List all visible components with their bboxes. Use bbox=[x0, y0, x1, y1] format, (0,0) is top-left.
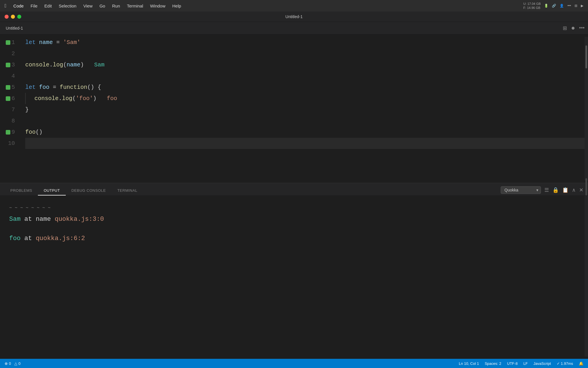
var-name-3: name bbox=[67, 59, 80, 70]
copy-icon[interactable]: 📋 bbox=[562, 187, 568, 193]
indentation[interactable]: Spaces: 2 bbox=[485, 361, 501, 366]
keyword-function: function bbox=[60, 82, 87, 93]
language-mode[interactable]: JavaScript bbox=[533, 361, 551, 366]
statusbar-right: Ln 10, Col 1 Spaces: 2 UTF-8 LF JavaScri… bbox=[459, 361, 583, 366]
panel-tab-actions: Quokka ▾ ☰ 🔒 📋 ∧ ✕ bbox=[501, 186, 583, 195]
panel-close-button[interactable]: ✕ bbox=[579, 187, 583, 193]
gutter-line-6: 6 bbox=[0, 93, 18, 104]
menu-code[interactable]: Code bbox=[13, 3, 24, 8]
editor-scrollbar[interactable] bbox=[585, 37, 588, 181]
warning-icon: △ bbox=[14, 361, 17, 366]
gutter-line-8: 8 bbox=[0, 115, 18, 126]
minimize-button[interactable] bbox=[11, 15, 15, 19]
menu-view[interactable]: View bbox=[83, 3, 92, 8]
code-line-8 bbox=[25, 115, 585, 126]
var-name: name bbox=[39, 37, 53, 48]
gutter-line-5: 5 bbox=[0, 82, 18, 93]
clear-output-icon[interactable]: ☰ bbox=[544, 187, 549, 193]
time-icon: ▶ bbox=[581, 4, 583, 8]
menu-terminal[interactable]: Terminal bbox=[127, 3, 143, 8]
quokka-status[interactable]: ✓ 1.97ms bbox=[557, 361, 573, 366]
output-text-2: at bbox=[24, 235, 36, 242]
tab-debug-console[interactable]: DEBUG CONSOLE bbox=[66, 186, 112, 195]
error-icon: ⊗ bbox=[5, 361, 8, 366]
line-numbers: 1 2 3 4 5 6 bbox=[0, 37, 23, 181]
menu-help[interactable]: Help bbox=[172, 3, 181, 8]
more-options-icon[interactable]: ••• bbox=[579, 25, 585, 31]
tab-problems[interactable]: PROBLEMS bbox=[5, 186, 38, 195]
menu-run[interactable]: Run bbox=[112, 3, 120, 8]
breakpoint-1 bbox=[6, 40, 10, 45]
gutter-line-7: 7 bbox=[0, 104, 18, 115]
statusbar-left: ⊗ 0 △ 0 bbox=[5, 361, 20, 366]
gutter-line-10: 10 bbox=[0, 138, 18, 149]
editor-container: Untitled-1 ⊞ ••• 1 2 3 4 bbox=[0, 22, 588, 183]
panel-tabs: PROBLEMS OUTPUT DEBUG CONSOLE TERMINAL Q… bbox=[0, 183, 588, 196]
tab-output[interactable]: OUTPUT bbox=[38, 186, 65, 195]
keyword-let-1: let bbox=[25, 37, 36, 48]
panel-tab-group: PROBLEMS OUTPUT DEBUG CONSOLE TERMINAL bbox=[5, 186, 143, 195]
titlebar: Untitled-1 bbox=[0, 12, 588, 22]
breakpoint-3 bbox=[6, 63, 10, 67]
collapse-icon[interactable]: ∧ bbox=[572, 187, 576, 193]
gutter-line-1: 1 bbox=[0, 37, 18, 48]
code-line-4 bbox=[25, 70, 585, 82]
string-foo: 'foo' bbox=[76, 93, 93, 104]
code-line-3: console . log ( name ) Sam bbox=[25, 59, 585, 70]
encoding[interactable]: UTF-8 bbox=[507, 361, 518, 366]
menu-selection[interactable]: Selection bbox=[59, 3, 76, 8]
menu-window[interactable]: Window bbox=[150, 3, 165, 8]
panel-source-dropdown[interactable]: Quokka ▾ bbox=[501, 186, 541, 194]
notification-icon[interactable]: 🔔 bbox=[579, 361, 583, 366]
panel-scroll-top: ~ ~ ~ ~ ~ ~ ~ ~ bbox=[9, 203, 575, 210]
console-log-3: console bbox=[25, 59, 49, 70]
maximize-button[interactable] bbox=[17, 15, 21, 19]
output-ref-1[interactable]: quokka.js:3:0 bbox=[55, 216, 104, 223]
code-line-7: } bbox=[25, 104, 585, 115]
window-title: Untitled-1 bbox=[285, 14, 303, 19]
code-line-6: console . log ( 'foo' ) foo bbox=[25, 93, 585, 104]
panel: PROBLEMS OUTPUT DEBUG CONSOLE TERMINAL Q… bbox=[0, 183, 588, 356]
line-ending[interactable]: LF bbox=[523, 361, 528, 366]
editor-tab[interactable]: Untitled-1 bbox=[3, 25, 25, 32]
status-errors[interactable]: ⊗ 0 △ 0 bbox=[5, 361, 20, 366]
code-lines[interactable]: let name = 'Sam' console . log ( name ) … bbox=[23, 37, 585, 181]
menu-file[interactable]: File bbox=[30, 3, 37, 8]
log-call-3: log bbox=[53, 59, 63, 70]
inline-output-6: foo bbox=[100, 93, 117, 104]
battery-icon: 🔋 bbox=[544, 4, 548, 8]
output-text-1: at name bbox=[24, 216, 55, 223]
menu-edit[interactable]: Edit bbox=[45, 3, 52, 8]
breakpoint-6 bbox=[6, 96, 10, 101]
statusbar: ⊗ 0 △ 0 Ln 10, Col 1 Spaces: 2 UTF-8 LF … bbox=[0, 359, 588, 368]
user-icon: 👤 bbox=[560, 4, 564, 8]
apple-menu[interactable]:  bbox=[5, 3, 7, 9]
close-button[interactable] bbox=[5, 15, 9, 19]
menu-go[interactable]: Go bbox=[99, 3, 105, 8]
menubar:  Code File Edit Selection View Go Run T… bbox=[0, 0, 588, 12]
split-editor-icon[interactable]: ⊞ bbox=[563, 25, 567, 31]
panel-content[interactable]: ~ ~ ~ ~ ~ ~ ~ ~ Sam at name quokka.js:3:… bbox=[0, 196, 585, 356]
closing-brace: } bbox=[25, 104, 29, 115]
code-line-5: let foo = function () { bbox=[25, 82, 585, 93]
var-foo: foo bbox=[39, 82, 49, 93]
scrollbar-thumb bbox=[585, 45, 587, 68]
network-icon: 🔗 bbox=[552, 4, 556, 8]
output-line-1: Sam at name quokka.js:3:0 bbox=[9, 214, 575, 224]
cursor-position[interactable]: Ln 10, Col 1 bbox=[459, 361, 479, 366]
code-editor[interactable]: 1 2 3 4 5 6 bbox=[0, 34, 588, 183]
code-line-9: foo () bbox=[25, 126, 585, 138]
log-call-6: log bbox=[62, 93, 72, 104]
lock-icon[interactable]: 🔒 bbox=[552, 187, 559, 193]
gutter-line-4: 4 bbox=[0, 70, 18, 82]
menubar-right: U: 17.04 GB F: 14.96 GB 🔋 🔗 👤 ••• ⊞ ▶ bbox=[523, 2, 583, 10]
tab-terminal[interactable]: TERMINAL bbox=[112, 186, 143, 195]
gutter-line-3: 3 bbox=[0, 59, 18, 70]
output-ref-2[interactable]: quokka.js:6:2 bbox=[36, 235, 85, 242]
code-line-2 bbox=[25, 48, 585, 59]
output-val-2: foo bbox=[9, 235, 21, 242]
editor-tab-actions: ⊞ ••• bbox=[563, 25, 585, 31]
panel-scrollbar[interactable] bbox=[585, 196, 588, 356]
keyword-let-5: let bbox=[25, 82, 36, 93]
gutter-line-9: 9 bbox=[0, 126, 18, 138]
